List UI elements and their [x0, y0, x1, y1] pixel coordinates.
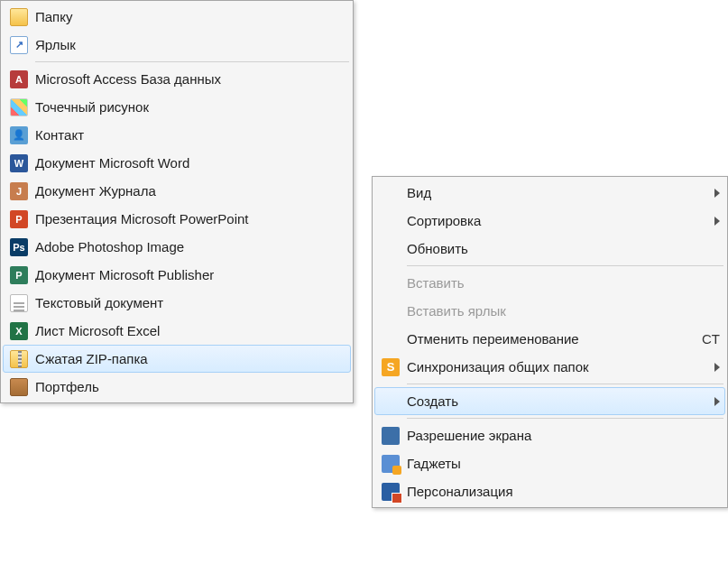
sync-icon: S — [374, 358, 407, 376]
menuitem-undo-rename[interactable]: Отменить переименование CT — [374, 325, 725, 353]
menuitem-label: Контакт — [35, 127, 346, 143]
menuitem-journal[interactable]: J Документ Журнала — [3, 177, 351, 205]
menuitem-label: Документ Журнала — [35, 183, 346, 199]
menuitem-refresh[interactable]: Обновить — [374, 235, 725, 263]
chevron-right-icon — [714, 363, 720, 372]
menuitem-folder[interactable]: Папку — [3, 3, 351, 31]
menuitem-label: Точечный рисунок — [35, 99, 346, 115]
menuitem-text[interactable]: Текстовый документ — [3, 289, 351, 317]
separator — [407, 265, 723, 266]
gadget-icon — [374, 455, 407, 473]
new-submenu: Папку ↗ Ярлык A Microsoft Access База да… — [0, 0, 354, 403]
menuitem-paste: Вставить — [374, 269, 725, 297]
menuitem-new[interactable]: Создать — [374, 387, 725, 415]
shortcut-icon: ↗ — [3, 36, 35, 54]
menuitem-label: Вид — [407, 185, 714, 200]
menuitem-gadgets[interactable]: Гаджеты — [374, 449, 725, 477]
menuitem-label: Текстовый документ — [35, 295, 346, 310]
menuitem-label: Документ Microsoft Word — [35, 155, 346, 171]
display-icon — [374, 427, 407, 445]
word-icon: W — [3, 154, 35, 172]
menuitem-label: Создать — [407, 393, 714, 409]
menuitem-bitmap[interactable]: Точечный рисунок — [3, 93, 351, 121]
menuitem-label: Обновить — [407, 241, 720, 256]
menuitem-label: Сжатая ZIP-папка — [35, 351, 346, 366]
menuitem-label: Microsoft Access База данных — [35, 71, 346, 87]
access-icon: A — [3, 70, 35, 88]
menuitem-label: Вставить — [407, 275, 720, 291]
menuitem-word[interactable]: W Документ Microsoft Word — [3, 149, 351, 177]
menuitem-label: Вставить ярлык — [407, 303, 720, 319]
menuitem-briefcase[interactable]: Портфель — [3, 373, 351, 401]
menuitem-zip[interactable]: Сжатая ZIP-папка — [3, 345, 351, 373]
menuitem-shortcut: CT — [684, 331, 720, 347]
menuitem-label: Лист Microsoft Excel — [35, 323, 346, 338]
menuitem-contact[interactable]: 👤 Контакт — [3, 121, 351, 149]
menuitem-label: Гаджеты — [407, 456, 720, 471]
menuitem-label: Отменить переименование — [407, 331, 684, 347]
menuitem-screen-resolution[interactable]: Разрешение экрана — [374, 421, 725, 449]
separator — [407, 418, 723, 419]
menuitem-label: Папку — [35, 9, 346, 24]
menuitem-sort[interactable]: Сортировка — [374, 207, 725, 235]
publisher-icon: P — [3, 266, 35, 284]
desktop-context-menu: Вид Сортировка Обновить Вставить Вставит… — [372, 176, 728, 508]
photoshop-icon: Ps — [3, 238, 35, 256]
menuitem-label: Портфель — [35, 379, 346, 394]
menuitem-access[interactable]: A Microsoft Access База данных — [3, 65, 351, 93]
menuitem-powerpoint[interactable]: P Презентация Microsoft PowerPoint — [3, 205, 351, 233]
separator — [35, 61, 349, 62]
menuitem-photoshop[interactable]: Ps Adobe Photoshop Image — [3, 233, 351, 261]
menuitem-sync-folders[interactable]: S Синхронизация общих папок — [374, 353, 725, 381]
folder-icon — [3, 8, 35, 26]
menuitem-label: Синхронизация общих папок — [407, 359, 714, 374]
journal-icon: J — [3, 182, 35, 200]
chevron-right-icon — [714, 217, 720, 226]
menuitem-label: Сортировка — [407, 213, 714, 228]
menuitem-label: Adobe Photoshop Image — [35, 239, 346, 254]
menuitem-paste-shortcut: Вставить ярлык — [374, 297, 725, 325]
menuitem-label: Документ Microsoft Publisher — [35, 267, 346, 282]
separator — [407, 384, 723, 384]
briefcase-icon — [3, 378, 35, 396]
powerpoint-icon: P — [3, 210, 35, 228]
chevron-right-icon — [714, 397, 720, 406]
text-icon — [3, 294, 35, 312]
chevron-right-icon — [714, 189, 720, 198]
personalize-icon — [374, 483, 407, 501]
bitmap-icon — [3, 98, 35, 116]
contact-icon: 👤 — [3, 126, 35, 144]
zip-icon — [3, 350, 35, 368]
menuitem-excel[interactable]: X Лист Microsoft Excel — [3, 317, 351, 345]
menuitem-label: Разрешение экрана — [407, 428, 720, 443]
menuitem-publisher[interactable]: P Документ Microsoft Publisher — [3, 261, 351, 289]
excel-icon: X — [3, 322, 35, 340]
menuitem-label: Персонализация — [407, 484, 720, 499]
menuitem-view[interactable]: Вид — [374, 179, 725, 207]
menuitem-personalize[interactable]: Персонализация — [374, 477, 725, 505]
menuitem-shortcut[interactable]: ↗ Ярлык — [3, 31, 351, 59]
menuitem-label: Презентация Microsoft PowerPoint — [35, 211, 346, 227]
menuitem-label: Ярлык — [35, 37, 346, 52]
